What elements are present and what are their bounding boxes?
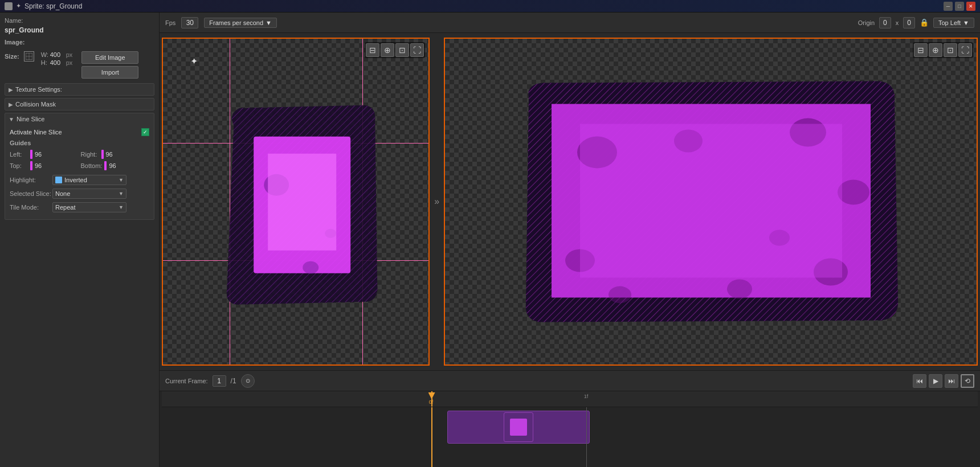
nine-slice-content: Activate Nine Slice ✓ Guides Left: 96	[5, 125, 154, 219]
texture-settings-label: Texture Settings:	[15, 86, 62, 93]
left-guide-value: 96	[35, 151, 42, 158]
viewport-2-fullscreen[interactable]: ⛶	[958, 43, 972, 57]
size-values: W: 400 px H: 400 px	[41, 51, 73, 67]
guides-grid: Left: 96 Right: 96 Top: 96	[10, 150, 149, 170]
import-button[interactable]: Import	[81, 66, 138, 79]
highlight-dropdown-arrow: ▼	[119, 177, 124, 183]
play-btn[interactable]: ▶	[929, 374, 942, 388]
name-section: Name:	[5, 17, 154, 24]
fps-dropdown-label: Frames per second	[209, 19, 263, 26]
nine-slice-header[interactable]: ▼ Nine Slice	[5, 113, 154, 125]
viewport-1-toolbar: ⊟ ⊕ ⊡ ⛶	[365, 42, 425, 58]
texture-settings-arrow: ▶	[9, 87, 13, 93]
highlight-label: Highlight:	[10, 177, 52, 183]
loop-btn[interactable]: ⟲	[961, 374, 974, 388]
current-frame-value[interactable]: 1	[213, 375, 226, 387]
skip-forward-btn[interactable]: ⏭	[945, 374, 958, 388]
size-section: Size: W: 400 px H:	[5, 51, 154, 79]
viewport-1-zoom-fit[interactable]: ⊡	[395, 43, 409, 57]
tile-mode-dropdown-arrow: ▼	[119, 204, 124, 210]
lock-icon[interactable]: 🔒	[920, 18, 929, 27]
viewport-1-zoom-in[interactable]: ⊕	[381, 43, 394, 57]
width-value: 400	[50, 51, 66, 58]
height-row: H: 400 px	[41, 59, 73, 66]
sprite-svg-2	[523, 79, 899, 323]
frame-loop-btn[interactable]: ⊙	[241, 374, 255, 388]
activate-nine-slice-row: Activate Nine Slice ✓	[10, 128, 149, 136]
window-maximize-btn[interactable]: □	[955, 2, 964, 11]
texture-settings-header[interactable]: ▶ Texture Settings:	[5, 84, 154, 95]
origin-y-value[interactable]: 0	[903, 17, 915, 28]
viewport-1-fullscreen[interactable]: ⛶	[410, 43, 424, 57]
current-frame-label: Current Frame:	[165, 378, 208, 384]
top-guide-label: Top:	[10, 162, 28, 169]
fps-value[interactable]: 30	[181, 17, 198, 28]
fps-dropdown[interactable]: Frames per second ▼	[204, 18, 277, 28]
viewport-2-zoom-out[interactable]: ⊟	[914, 43, 928, 57]
highlight-dropdown[interactable]: Inverted ▼	[52, 175, 126, 185]
origin-crosshair: ✦	[190, 56, 198, 67]
top-guide-color	[30, 161, 32, 170]
playback-controls: ⏮ ▶ ⏭ ⟲	[913, 374, 974, 388]
window-minimize-btn[interactable]: ─	[944, 2, 953, 11]
viewport-2-toolbar: ⊟ ⊕ ⊡ ⛶	[913, 42, 973, 58]
title-text: Sprite: spr_Ground	[24, 2, 82, 10]
width-unit: px	[66, 51, 73, 58]
title-icon: ✦	[16, 2, 21, 10]
name-label: Name:	[5, 17, 30, 24]
height-unit: px	[66, 59, 73, 66]
position-dropdown[interactable]: Top Left ▼	[933, 18, 974, 28]
window-close-btn[interactable]: ✕	[966, 2, 975, 11]
tile-mode-value: Repeat	[55, 204, 119, 211]
sprite-artwork-2	[523, 79, 899, 325]
timeline-playhead	[431, 407, 432, 467]
selected-slice-dropdown-arrow: ▼	[119, 191, 124, 196]
selected-slice-label: Selected Slice:	[10, 190, 52, 197]
svg-point-19	[609, 286, 631, 304]
tile-mode-dropdown[interactable]: Repeat ▼	[52, 202, 126, 212]
fps-dropdown-arrow: ▼	[266, 19, 272, 26]
activate-nine-slice-checkbox[interactable]: ✓	[141, 128, 149, 136]
selected-slice-dropdown[interactable]: None ▼	[52, 189, 126, 199]
viewport-2-zoom-in[interactable]: ⊕	[929, 43, 942, 57]
selected-slice-row: Selected Slice: None ▼	[10, 189, 149, 199]
tile-mode-label: Tile Mode:	[10, 204, 52, 211]
collision-mask-header[interactable]: ▶ Collision Mask	[5, 99, 154, 110]
position-dropdown-label: Top Left	[938, 19, 961, 26]
timeline-track[interactable]	[162, 407, 978, 467]
texture-settings-section: ▶ Texture Settings:	[5, 83, 154, 96]
tile-mode-row: Tile Mode: Repeat ▼	[10, 202, 149, 212]
viewport-1[interactable]: ✦	[162, 38, 430, 366]
highlight-value: Inverted	[64, 177, 119, 183]
size-icon	[24, 51, 34, 62]
origin-label: Origin	[858, 19, 875, 26]
svg-rect-9	[268, 154, 336, 251]
viewport-2[interactable]: ⊟ ⊕ ⊡ ⛶	[444, 38, 978, 366]
edit-image-button[interactable]: Edit Image	[81, 51, 138, 64]
nine-slice-section: ▼ Nine Slice Activate Nine Slice ✓ Guide…	[5, 113, 154, 220]
viewport-1-zoom-out[interactable]: ⊟	[366, 43, 379, 57]
height-value: 400	[50, 59, 66, 66]
highlight-row: Highlight: Inverted ▼	[10, 175, 149, 185]
collision-mask-label: Collision Mask	[15, 101, 56, 108]
timeline-area: Current Frame: 1 /1 ⊙ ⏮ ▶ ⏭ ⟲ 0f 1f	[160, 370, 980, 467]
bottom-guide-color	[104, 161, 107, 170]
selected-slice-value: None	[55, 190, 119, 197]
width-row: W: 400 px	[41, 51, 73, 58]
left-guide-color	[30, 150, 32, 159]
viewport-2-zoom-fit[interactable]: ⊡	[944, 43, 957, 57]
ruler-label-1: 1f	[584, 394, 589, 399]
chevron-separator-icon: »	[434, 196, 439, 207]
timeline-frame-block[interactable]	[447, 411, 590, 444]
bottom-guide: Bottom: 96	[81, 161, 150, 170]
name-value-row: spr_Ground	[5, 26, 154, 34]
svg-point-15	[838, 180, 869, 205]
sprite-artwork-1	[222, 103, 382, 309]
position-dropdown-arrow: ▼	[963, 19, 969, 26]
origin-x-value[interactable]: 0	[879, 17, 891, 28]
skip-back-btn[interactable]: ⏮	[913, 374, 926, 388]
left-guide: Left: 96	[10, 150, 79, 159]
timeline-ruler: 0f 1f	[162, 391, 978, 407]
image-buttons: Edit Image Import	[81, 51, 138, 79]
right-content: Fps 30 Frames per second ▼ Origin 0 x 0 …	[160, 13, 980, 467]
